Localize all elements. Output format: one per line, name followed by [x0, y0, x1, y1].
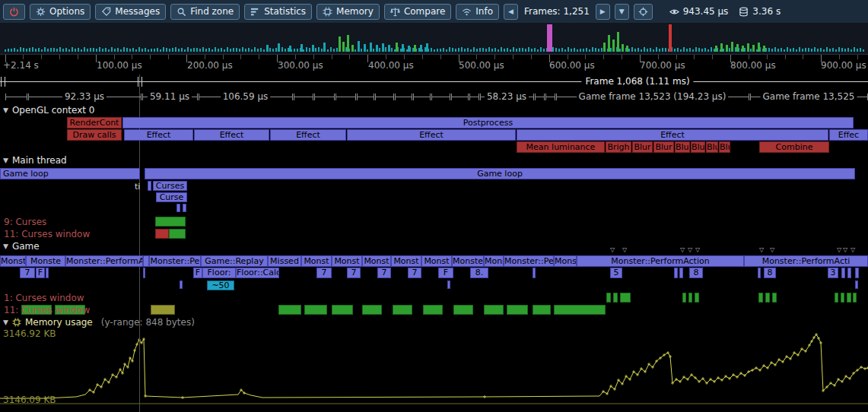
lock-marker-icon[interactable]: ▽: [622, 247, 627, 253]
zone[interactable]: [847, 268, 851, 278]
lock-bar[interactable]: [362, 305, 382, 315]
zone[interactable]: 7: [377, 268, 391, 278]
section-header-main-thread[interactable]: ▼ Main thread: [3, 155, 67, 166]
zone[interactable]: Blur: [675, 141, 690, 153]
zone[interactable]: Blur: [706, 141, 718, 153]
lock-bar[interactable]: [155, 217, 186, 227]
zone[interactable]: Monste: [0, 255, 26, 267]
zone[interactable]: Curses: [153, 181, 187, 191]
lock-bar[interactable]: [507, 305, 528, 315]
lock-bar[interactable]: [393, 305, 412, 315]
zone[interactable]: 3: [828, 268, 838, 278]
zone[interactable]: 8: [689, 268, 703, 278]
section-header-memory[interactable]: ▼ Memory usage (y-range: 848 bytes): [3, 317, 195, 328]
power-button[interactable]: [3, 4, 25, 20]
zone[interactable]: Monst: [362, 255, 391, 267]
lock-bar[interactable]: [484, 305, 504, 315]
frame-label[interactable]: Frame 1,068 (1.11 ms): [581, 76, 693, 87]
zone[interactable]: Effect: [347, 129, 516, 141]
options-button[interactable]: Options: [30, 4, 91, 20]
zone[interactable]: 7: [347, 268, 361, 278]
lock-marker-icon[interactable]: ▽: [688, 247, 692, 253]
lock-bar[interactable]: [606, 293, 611, 303]
lock-marker-icon[interactable]: ▽: [610, 247, 615, 253]
crosshair-button[interactable]: [634, 4, 653, 20]
statistics-button[interactable]: Statistics: [244, 4, 312, 20]
lock-bar[interactable]: [151, 305, 175, 315]
lock-bar[interactable]: [853, 293, 857, 303]
zone[interactable]: 8.: [470, 268, 488, 278]
find-zone-button[interactable]: Find zone: [170, 4, 240, 20]
zone[interactable]: Blur: [632, 141, 653, 153]
lock-bar[interactable]: [688, 293, 692, 303]
caret-down-button[interactable]: ▼: [615, 4, 629, 20]
memory-button[interactable]: Memory: [316, 4, 380, 20]
lock-bar[interactable]: [613, 293, 618, 303]
game-frame-label[interactable]: Game frame 13,523 (194.23 μs): [577, 91, 729, 102]
lock-bar[interactable]: [682, 293, 686, 303]
lock-marker-icon[interactable]: ▽: [837, 247, 841, 253]
zone[interactable]: [679, 268, 683, 278]
lock-bar[interactable]: [169, 229, 186, 239]
lock-bar[interactable]: [847, 293, 851, 303]
zone[interactable]: Effect: [124, 129, 193, 141]
zone[interactable]: Monste: [452, 255, 484, 267]
zone[interactable]: Monster::Pe: [149, 255, 201, 267]
zone[interactable]: [180, 280, 183, 289]
compare-button[interactable]: Compare: [384, 4, 451, 20]
zone[interactable]: [176, 204, 180, 212]
game-frame-label[interactable]: 106.59 μs: [221, 91, 271, 102]
zone[interactable]: Effect: [517, 129, 828, 141]
zone[interactable]: Floor:: [202, 268, 236, 278]
zone[interactable]: Game loop: [145, 168, 855, 179]
zone[interactable]: [183, 204, 186, 212]
lock-bar[interactable]: [841, 293, 844, 303]
zone[interactable]: Monster::PerformA: [65, 255, 143, 267]
lock-marker-icon[interactable]: ▽: [770, 247, 774, 253]
zone[interactable]: Monster::PerformAction: [577, 255, 744, 267]
zone[interactable]: 8: [764, 268, 776, 278]
lock-bar[interactable]: [423, 305, 443, 315]
zone[interactable]: Mons: [554, 255, 577, 267]
game-frame-label[interactable]: 92.33 μs: [62, 91, 107, 102]
zone[interactable]: Mean luminance: [517, 141, 605, 153]
zone[interactable]: Postprocess: [122, 117, 854, 128]
zone[interactable]: F: [438, 268, 453, 278]
lock-bar[interactable]: [304, 305, 327, 315]
zone[interactable]: Game loop: [0, 168, 140, 179]
lock-marker-icon[interactable]: ▽: [843, 247, 847, 253]
zone[interactable]: 7: [408, 268, 421, 278]
lock-bar[interactable]: [278, 305, 301, 315]
zone[interactable]: Combine: [759, 141, 829, 153]
zone[interactable]: Curse: [156, 192, 187, 202]
lock-bar[interactable]: [758, 293, 763, 303]
lock-bar[interactable]: [453, 305, 473, 315]
lock-marker-icon[interactable]: ▽: [695, 247, 700, 253]
lock-marker-icon[interactable]: ▽: [680, 247, 685, 253]
zone[interactable]: Monster::Pe: [504, 255, 554, 267]
zone[interactable]: Blur: [719, 141, 730, 153]
zone[interactable]: Monst: [421, 255, 452, 267]
game-frame-label[interactable]: Game frame 13,525: [761, 91, 857, 102]
lock-bar[interactable]: [554, 305, 606, 315]
zone[interactable]: [855, 268, 859, 278]
zone[interactable]: [447, 280, 450, 289]
zone[interactable]: [674, 268, 678, 278]
zone[interactable]: [46, 268, 49, 278]
zone[interactable]: Blur: [691, 141, 705, 153]
lock-bar[interactable]: [765, 293, 770, 303]
lock-marker-icon[interactable]: ▽: [851, 247, 855, 253]
zone[interactable]: [841, 268, 845, 278]
zone[interactable]: Monst: [391, 255, 421, 267]
lock-bar[interactable]: [332, 305, 353, 315]
lock-bar[interactable]: [772, 293, 777, 303]
zone[interactable]: Game::Replay: [201, 255, 268, 267]
zone[interactable]: Effect: [194, 129, 269, 141]
messages-button[interactable]: Messages: [95, 4, 166, 20]
zone[interactable]: ~50: [207, 280, 234, 290]
zone[interactable]: Monst: [332, 255, 362, 267]
zone[interactable]: [758, 268, 761, 278]
zone[interactable]: [143, 268, 145, 278]
zone[interactable]: Mons: [484, 255, 504, 267]
zone[interactable]: Monste: [26, 255, 65, 267]
